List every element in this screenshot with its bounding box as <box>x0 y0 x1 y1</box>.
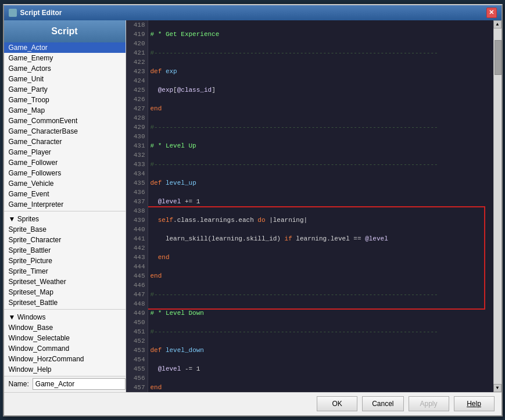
sidebar-item-window-command[interactable]: Window_Command <box>4 343 126 354</box>
line-numbers: 418 419 420 421 422 423 424 425 426 427 … <box>126 20 148 392</box>
sidebar-item-game-interpreter[interactable]: Game_Interpreter <box>4 199 126 210</box>
scrollbar-inner[interactable] <box>494 28 502 384</box>
sidebar-item-game-character[interactable]: Game_Character <box>4 137 126 147</box>
sidebar-item-game-actors[interactable]: Game_Actors <box>4 63 126 74</box>
dialog-title: Script Editor <box>20 9 62 17</box>
sidebar-item-game-player[interactable]: Game_Player <box>4 147 126 157</box>
sidebar-item-game-followers[interactable]: Game_Followers <box>4 168 126 178</box>
sidebar-item-game-follower[interactable]: Game_Follower <box>4 157 126 168</box>
sidebar-item-game-vehicle[interactable]: Game_Vehicle <box>4 178 126 189</box>
sidebar-item-sprite-base[interactable]: Sprite_Base <box>4 224 126 235</box>
help-button[interactable]: Help <box>454 396 495 411</box>
title-icon <box>9 9 17 17</box>
scrollbar-thumb[interactable] <box>495 40 502 75</box>
name-bar: Name: <box>4 376 126 392</box>
sidebar-item-spriteset-battle[interactable]: Spriteset_Battle <box>4 297 126 308</box>
editor-area: 418 419 420 421 422 423 424 425 426 427 … <box>126 20 502 392</box>
sidebar-item-spriteset-weather[interactable]: Spriteset_Weather <box>4 277 126 287</box>
scrollbar-up-button[interactable]: ▲ <box>493 20 502 28</box>
sidebar-list[interactable]: Game_Actor Game_Enemy Game_Actors Game_U… <box>4 42 126 376</box>
sidebar-item-window-selectable[interactable]: Window_Selectable <box>4 333 126 343</box>
sidebar-item-game-party[interactable]: Game_Party <box>4 84 126 95</box>
sidebar-item-sprite-battler[interactable]: Sprite_Battler <box>4 245 126 256</box>
sidebar-item-sprite-picture[interactable]: Sprite_Picture <box>4 256 126 266</box>
divider-1 <box>4 211 126 211</box>
title-bar-left: Script Editor <box>9 9 62 17</box>
sidebar-item-game-unit[interactable]: Game_Unit <box>4 74 126 84</box>
sidebar-item-sprite-timer[interactable]: Sprite_Timer <box>4 266 126 277</box>
sidebar-item-sprite-character[interactable]: Sprite_Character <box>4 235 126 245</box>
sidebar-item-game-commonevent[interactable]: Game_CommonEvent <box>4 116 126 126</box>
sidebar-item-game-troop[interactable]: Game_Troop <box>4 95 126 105</box>
sidebar: Script Game_Actor Game_Enemy Game_Actors… <box>4 20 126 392</box>
divider-2 <box>4 309 126 310</box>
ok-button[interactable]: OK <box>317 396 357 411</box>
code-view[interactable]: 418 419 420 421 422 423 424 425 426 427 … <box>126 20 502 392</box>
code-lines: # * Get Experience #--------------------… <box>151 20 491 392</box>
close-button[interactable]: ✕ <box>486 8 497 18</box>
sidebar-item-game-map[interactable]: Game_Map <box>4 105 126 116</box>
sidebar-item-window-help[interactable]: Window_Help <box>4 364 126 375</box>
bottom-bar: OK Cancel Apply Help <box>4 392 502 415</box>
scrollbar-down-button[interactable]: ▼ <box>493 384 502 392</box>
cancel-button[interactable]: Cancel <box>362 396 403 411</box>
name-label: Name: <box>9 380 29 388</box>
name-input[interactable] <box>33 378 126 390</box>
section-sprites[interactable]: ▼ Sprites <box>4 213 126 224</box>
main-content: Script Game_Actor Game_Enemy Game_Actors… <box>4 20 502 392</box>
sidebar-item-spriteset-map[interactable]: Spriteset_Map <box>4 287 126 297</box>
sidebar-item-game-event[interactable]: Game_Event <box>4 189 126 199</box>
sidebar-item-window-horzcommand[interactable]: Window_HorzCommand <box>4 354 126 364</box>
title-bar: Script Editor ✕ <box>4 5 502 20</box>
sidebar-item-game-actor[interactable]: Game_Actor <box>4 42 126 53</box>
sidebar-item-window-base[interactable]: Window_Base <box>4 322 126 333</box>
sidebar-header: Script <box>4 20 126 42</box>
code-content[interactable]: # * Get Experience #--------------------… <box>148 20 493 392</box>
apply-button[interactable]: Apply <box>409 396 449 411</box>
section-windows[interactable]: ▼ Windows <box>4 311 126 322</box>
script-editor-dialog: Script Editor ✕ Script Game_Actor Game_E… <box>3 4 503 417</box>
sidebar-item-game-enemy[interactable]: Game_Enemy <box>4 53 126 63</box>
sidebar-item-game-characterbase[interactable]: Game_CharacterBase <box>4 126 126 137</box>
scrollbar-track[interactable]: ▲ ▼ <box>493 20 502 392</box>
